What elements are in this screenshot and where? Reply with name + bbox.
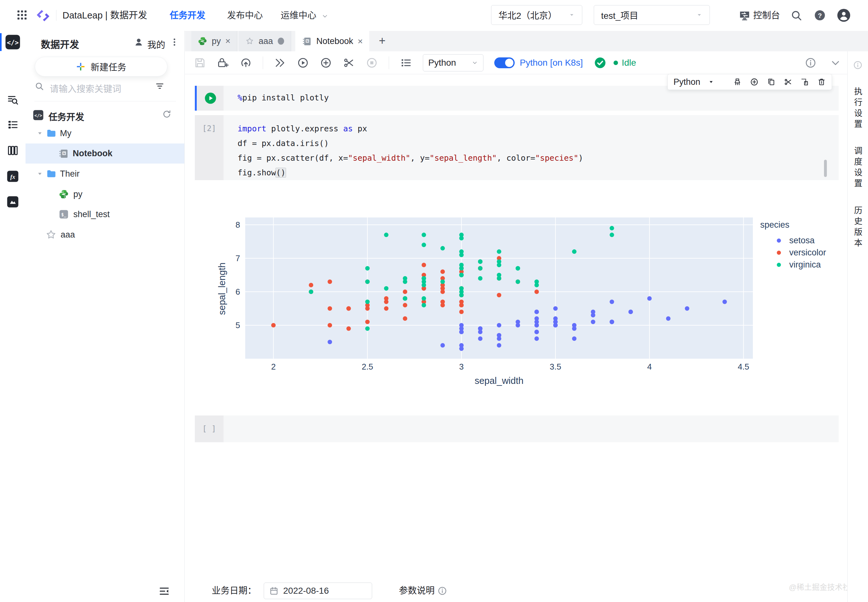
folder-icon (46, 128, 57, 139)
right-settings-rail: 执行设置 调度设置 历史版本 (847, 51, 868, 602)
star-icon (45, 229, 57, 240)
editor-tab-bar: py × aaa N Notebook × + (185, 31, 868, 52)
cell-gutter (197, 86, 224, 111)
add-cell-icon[interactable] (750, 77, 759, 87)
tree-search-input[interactable]: 请输入搜索关键词 (50, 82, 121, 95)
rail-function-fx-icon[interactable]: fx (0, 167, 26, 186)
new-task-label: 新建任务 (91, 60, 126, 73)
tree-label: Their (60, 169, 80, 179)
nav-publish-center[interactable]: 发布中心 (227, 0, 263, 31)
search-icon[interactable] (790, 9, 802, 22)
python-icon (59, 189, 69, 199)
rail-resource-library-icon[interactable] (0, 192, 26, 211)
rail-data-search-icon[interactable] (0, 90, 26, 109)
save-icon[interactable] (194, 57, 206, 69)
info-icon[interactable] (438, 586, 447, 596)
tab-py[interactable]: py × (191, 31, 237, 51)
cut-icon[interactable] (784, 77, 793, 87)
caret-down-icon (37, 131, 43, 136)
paste-icon[interactable] (800, 77, 809, 87)
tree-row-aaa[interactable]: aaa (26, 225, 184, 244)
collapse-sidebar-icon[interactable] (158, 585, 170, 597)
kebab-menu-icon[interactable] (170, 37, 179, 47)
dataleap-logo[interactable] (35, 8, 51, 23)
calendar-icon (269, 586, 279, 596)
status-dot (613, 61, 618, 65)
tree-label: Notebook (73, 149, 112, 158)
submit-icon[interactable] (240, 57, 252, 69)
empty-code-cell[interactable]: [ ] (195, 415, 839, 442)
tab-aaa[interactable]: aaa (239, 31, 291, 51)
panel-tab-history-versions[interactable]: 历史版本 (852, 206, 863, 249)
chevron-down-icon (568, 12, 575, 18)
cell-kernel-select[interactable]: Python (673, 77, 700, 87)
caret-down-icon (37, 171, 43, 177)
tree-row-their[interactable]: Their (26, 164, 184, 184)
close-icon[interactable]: × (226, 37, 230, 46)
notebook-toolbar: Python Python [on K8s] Idle (185, 51, 847, 74)
console-label[interactable]: 控制台 (753, 0, 780, 31)
cell-scrollbar[interactable] (824, 160, 827, 177)
nav-ops-center[interactable]: 运维中心 (281, 0, 316, 31)
my-tasks-label[interactable]: 我的 (147, 38, 165, 51)
kernel-select[interactable]: Python (423, 54, 484, 71)
refresh-icon[interactable] (162, 109, 172, 119)
close-icon[interactable]: × (358, 37, 363, 46)
business-date-input[interactable]: 2022-08-16 (264, 582, 372, 599)
add-cell-icon[interactable] (320, 57, 332, 69)
panel-tab-exec-settings[interactable]: 执行设置 (852, 87, 863, 131)
tree-row-shell-test[interactable]: $_ shell_test (26, 204, 184, 224)
app-grid-icon[interactable] (16, 9, 28, 21)
nav-task-dev[interactable]: 任务开发 (170, 0, 205, 31)
execution-count: [2] (195, 124, 224, 133)
param-doc-label[interactable]: 参数说明 (399, 582, 435, 599)
nav-ops-chevron-down-icon[interactable] (321, 13, 329, 20)
code-cell-2[interactable]: [2] import plotly.express as pxdf = px.d… (195, 115, 839, 180)
run-cell-play-icon[interactable] (204, 92, 217, 105)
tree-label: py (73, 189, 83, 199)
tree-row-py[interactable]: py (26, 184, 184, 204)
chart-plot-area[interactable] (245, 218, 753, 359)
cell-source[interactable]: import plotly.express as pxdf = px.data.… (224, 115, 839, 180)
filter-icon[interactable] (155, 81, 164, 91)
business-date-value: 2022-08-16 (283, 586, 329, 596)
tree-label: aaa (61, 230, 75, 240)
region-select[interactable]: 华北2（北京） (491, 5, 582, 25)
console-icon[interactable] (739, 9, 751, 22)
sidebar-title: 数据开发 (41, 37, 79, 51)
run-all-icon[interactable] (274, 57, 286, 69)
rail-task-list-icon[interactable] (0, 115, 26, 134)
notebook-icon: N (58, 148, 69, 159)
panel-tab-schedule-settings[interactable]: 调度设置 (852, 146, 863, 190)
rail-code-editor-icon[interactable]: </> (0, 32, 26, 52)
avatar[interactable] (837, 8, 851, 22)
tree-row-my[interactable]: My (26, 123, 184, 143)
lock-add-icon[interactable] (217, 57, 229, 69)
chevron-down-icon[interactable] (830, 57, 842, 69)
info-icon[interactable] (853, 60, 863, 70)
project-select[interactable]: test_项目 (594, 5, 710, 25)
cell-source[interactable] (224, 415, 839, 442)
chevron-down-icon[interactable] (708, 79, 714, 85)
duplicate-icon[interactable] (767, 77, 776, 87)
tree-label: shell_test (73, 209, 110, 220)
run-cell-icon[interactable] (297, 57, 309, 69)
my-tasks-person-icon[interactable] (134, 37, 143, 47)
runtime-toggle[interactable] (494, 57, 515, 68)
svg-text:?: ? (818, 12, 822, 19)
help-icon[interactable]: ? (814, 9, 826, 22)
folder-icon (46, 168, 57, 179)
runtime-toggle-label: Python [on K8s] (520, 58, 583, 68)
new-task-button[interactable]: 新建任务 (35, 57, 167, 77)
info-icon[interactable] (805, 57, 817, 69)
project-select-value: test_项目 (601, 9, 638, 22)
delete-icon[interactable] (817, 77, 826, 87)
clean-icon[interactable] (733, 77, 742, 87)
tree-row-notebook[interactable]: N Notebook (26, 143, 184, 164)
new-tab-button[interactable]: + (379, 31, 386, 51)
interrupt-icon[interactable] (366, 57, 378, 69)
rail-data-catalog-icon[interactable] (0, 141, 26, 160)
outline-icon[interactable] (400, 57, 412, 69)
tab-notebook[interactable]: N Notebook × (295, 31, 369, 52)
cut-cell-icon[interactable] (343, 57, 355, 69)
